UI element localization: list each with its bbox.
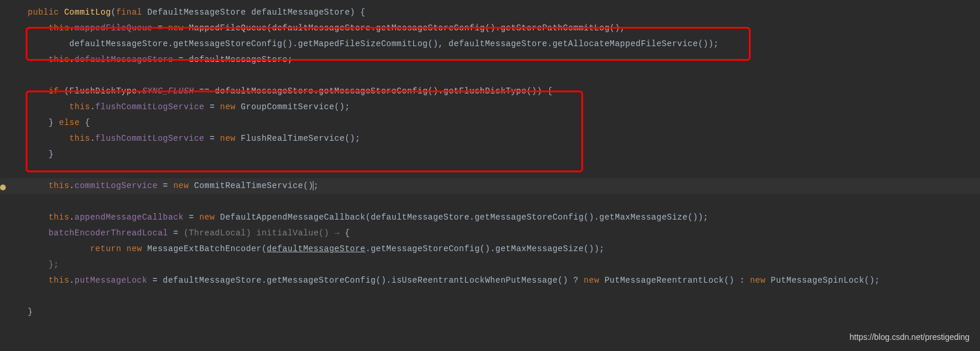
code-line-current: this.commitLogService = new CommitRealTi… <box>7 178 980 194</box>
code-editor[interactable]: public CommitLog(final DefaultMessageSto… <box>0 0 980 320</box>
code-line: defaultMessageStore.getMessageStoreConfi… <box>7 36 980 52</box>
code-line: this.appendMessageCallback = new Default… <box>7 210 980 225</box>
code-line: } <box>7 147 980 162</box>
code-line: return new MessageExtBatchEncoder(defaul… <box>7 241 980 257</box>
code-line: this.putMessageLock = defaultMessageStor… <box>7 273 980 289</box>
code-line-blank <box>7 289 980 304</box>
watermark-text: https://blog.csdn.net/prestigeding <box>850 329 969 345</box>
gutter-marker <box>0 185 6 190</box>
code-line: public CommitLog(final DefaultMessageSto… <box>7 5 980 20</box>
code-line-blank <box>7 68 980 84</box>
code-line: this.defaultMessageStore = defaultMessag… <box>7 52 980 68</box>
code-line: } else { <box>7 115 980 131</box>
code-line-blank <box>7 194 980 210</box>
code-line: this.mappedFileQueue = new MappedFileQue… <box>7 20 980 36</box>
code-line: }; <box>7 257 980 273</box>
code-line: if (FlushDiskType.SYNC_FLUSH == defaultM… <box>7 84 980 99</box>
code-line: this.flushCommitLogService = new GroupCo… <box>7 99 980 115</box>
code-line: this.flushCommitLogService = new FlushRe… <box>7 131 980 147</box>
code-line-blank <box>7 162 980 178</box>
code-line: } <box>7 304 980 320</box>
code-line: batchEncoderThreadLocal = (ThreadLocal) … <box>7 225 980 241</box>
